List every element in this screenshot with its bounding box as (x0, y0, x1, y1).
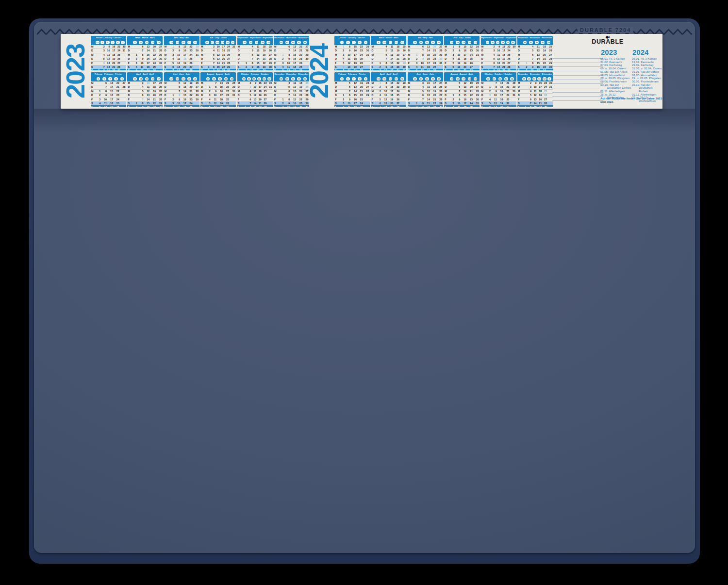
day-letter: S (481, 69, 485, 70)
day-letter: F (274, 98, 278, 101)
date-cell (132, 49, 138, 52)
date-cell: 19 (291, 69, 297, 70)
date-cell: 2 (448, 98, 455, 101)
year-label-2024: 2024 (304, 36, 333, 107)
date-cell: 2 (205, 90, 211, 93)
date-cell: 5 (412, 69, 418, 70)
week-number: 17 (395, 77, 398, 81)
date-cell: 21 (187, 90, 193, 93)
date-cell: 18 (351, 105, 358, 107)
week-numbers-row: 353637383940 (481, 40, 516, 45)
day-letter: F (127, 62, 132, 65)
date-cell: 13 (181, 85, 187, 89)
date-cell: 2 (375, 85, 381, 89)
date-cell: 12 (254, 49, 260, 52)
week-number: 9 (133, 41, 137, 45)
holiday-entry: 09.05. Himmelfahrt (632, 74, 662, 77)
day-letter: F (408, 62, 412, 65)
weekday-row: D6132027 (127, 94, 163, 98)
date-cell: 15 (291, 53, 297, 57)
date-cell (448, 90, 455, 93)
date-cell: 9 (345, 49, 351, 52)
date-cell: 16 (257, 81, 263, 85)
week-number: 41 (493, 77, 496, 81)
date-cell: 3 (132, 62, 138, 65)
day-letter: S (334, 69, 339, 70)
date-cell: 15 (388, 81, 394, 85)
date-cell: 6 (485, 105, 492, 107)
week-number: 47 (541, 41, 545, 45)
date-cell: 3 (412, 62, 418, 65)
date-cell (412, 49, 418, 52)
date-cell: 8 (248, 62, 254, 65)
date-cell: 26 (226, 53, 231, 57)
date-cell: 1 (132, 102, 138, 105)
date-cell (231, 62, 236, 65)
date-cell: 10 (248, 69, 254, 70)
date-cell: 8 (527, 105, 532, 107)
weekday-row: M310172431 (200, 45, 236, 49)
date-cell: 22 (394, 81, 400, 85)
week-number: 12 (151, 41, 155, 45)
weekday-row: S4111825 (127, 65, 163, 69)
date-cell: 18 (461, 57, 467, 61)
date-cell: 24 (262, 85, 267, 89)
weekday-row: S4111825 (91, 102, 126, 105)
week-number: 9 (377, 41, 381, 45)
day-letter: S (274, 65, 278, 69)
week-number: 4 (358, 41, 362, 45)
date-cell: 18 (260, 45, 266, 49)
day-letter: D (237, 57, 242, 61)
day-letter: M (517, 81, 522, 85)
day-letter: D (91, 57, 95, 61)
date-cell: 4 (528, 45, 534, 49)
day-letter: S (334, 102, 339, 105)
date-cell: 6 (284, 90, 291, 93)
date-cell: 26 (193, 81, 199, 85)
date-cell: 31 (400, 69, 407, 70)
date-cell: 15 (105, 69, 111, 70)
weekday-row: D310172431 (200, 94, 236, 98)
date-cell: 12 (105, 57, 111, 61)
date-cell: 5 (95, 105, 101, 107)
date-cell: 25 (266, 45, 273, 49)
weekday-row: M310172431 (164, 53, 199, 57)
date-cell: 2 (412, 57, 418, 61)
date-cell: 9 (455, 49, 461, 52)
weekday-row: D6132027 (334, 85, 370, 89)
date-cell: 28 (437, 98, 443, 101)
day-letter: S (517, 65, 522, 69)
weekday-row: F18152229 (517, 62, 553, 65)
day-letter: S (481, 105, 485, 107)
date-cell: 18 (257, 90, 263, 93)
date-cell: 17 (291, 62, 297, 65)
date-cell: 19 (357, 81, 364, 85)
date-cell: 29 (473, 94, 480, 97)
date-cell: 6 (345, 85, 351, 89)
date-cell: 2 (522, 65, 528, 69)
date-cell: 27 (473, 85, 480, 89)
date-cell: 13 (388, 53, 394, 57)
week-numbers-row: 1314151617 (127, 76, 163, 81)
date-cell: 28 (116, 65, 121, 69)
date-cell: 4 (168, 57, 175, 61)
weekday-row: D7142128 (127, 49, 163, 53)
day-letter: S (334, 105, 339, 107)
weekday-row: F29162330 (164, 98, 199, 102)
date-cell: 5 (345, 81, 351, 85)
weekday-row: D5121926 (481, 57, 516, 61)
date-cell: 20 (351, 65, 358, 69)
month-card: April · April · Avril1314151617M3101724D… (127, 72, 163, 107)
date-cell: 21 (150, 98, 157, 101)
date-cell: 29 (193, 94, 199, 97)
date-cell: 10 (455, 53, 461, 57)
weekday-row: D310172431 (91, 49, 126, 53)
date-cell: 1 (242, 62, 248, 65)
date-cell: 18 (430, 85, 437, 89)
weekday-row: S3101724 (164, 102, 199, 105)
weekday-row: D6132027 (444, 85, 480, 89)
date-cell: 7 (211, 81, 217, 85)
date-cell: 14 (424, 98, 430, 101)
date-cell (121, 65, 126, 69)
date-cell (400, 90, 407, 93)
